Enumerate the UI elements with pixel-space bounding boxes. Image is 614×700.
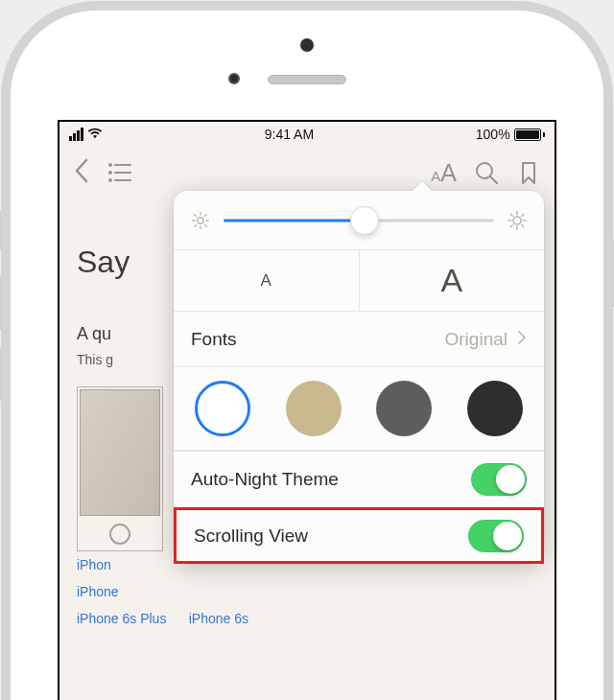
- iphone-device-frame: 9:41 AM 100% AA: [0, 0, 614, 700]
- font-size-row: A A: [174, 250, 544, 312]
- volume-up-button: [0, 276, 2, 330]
- svg-line-15: [195, 224, 197, 226]
- svg-line-7: [490, 176, 497, 183]
- brightness-low-icon: [191, 211, 210, 230]
- theme-gray-button[interactable]: [376, 381, 432, 436]
- fonts-label: Fonts: [191, 329, 237, 350]
- decrease-font-button[interactable]: A: [174, 250, 360, 311]
- status-time: 9:41 AM: [265, 127, 314, 142]
- svg-point-0: [109, 164, 111, 166]
- theme-sepia-button[interactable]: [286, 381, 342, 436]
- brightness-high-icon: [508, 211, 527, 230]
- svg-line-23: [522, 224, 524, 226]
- appearance-button[interactable]: AA: [431, 159, 457, 187]
- device-thumbnail: [77, 386, 163, 551]
- svg-line-13: [195, 214, 197, 216]
- svg-point-2: [109, 172, 111, 174]
- auto-night-theme-label: Auto-Night Theme: [191, 469, 339, 490]
- earpiece-speaker: [268, 75, 346, 84]
- auto-night-theme-toggle[interactable]: [471, 463, 527, 496]
- theme-colors-row: [174, 367, 544, 451]
- increase-font-button[interactable]: A: [360, 250, 545, 311]
- mute-switch: [0, 211, 2, 249]
- scrolling-view-label: Scrolling View: [194, 525, 308, 547]
- appearance-popover: A A Fonts Original Auto-: [174, 191, 544, 564]
- wifi-icon: [87, 127, 103, 142]
- svg-line-14: [204, 224, 206, 226]
- volume-down-button: [0, 347, 2, 401]
- auto-night-theme-row: Auto-Night Theme: [174, 451, 544, 507]
- brightness-row: [174, 191, 544, 250]
- proximity-sensor: [300, 38, 314, 52]
- table-of-contents-button[interactable]: [107, 160, 132, 185]
- back-button[interactable]: [73, 157, 90, 188]
- svg-point-17: [513, 217, 521, 224]
- svg-point-8: [198, 217, 203, 222]
- cellular-signal-icon: [69, 128, 83, 141]
- link[interactable]: iPhone 6s Plus: [77, 611, 166, 626]
- chevron-right-icon: [517, 329, 527, 350]
- link[interactable]: iPhone: [77, 578, 537, 605]
- battery-icon: [514, 128, 545, 141]
- link[interactable]: iPhone 6s: [189, 611, 248, 626]
- search-button[interactable]: [474, 160, 499, 185]
- status-bar: 9:41 AM 100%: [59, 122, 555, 147]
- battery-percentage: 100%: [476, 127, 510, 142]
- scrolling-view-toggle[interactable]: [468, 520, 524, 552]
- fonts-value: Original: [445, 329, 508, 350]
- svg-line-22: [510, 214, 512, 216]
- svg-line-24: [510, 224, 512, 226]
- svg-point-4: [109, 179, 111, 181]
- theme-white-button[interactable]: [195, 381, 250, 436]
- brightness-slider[interactable]: [224, 220, 494, 222]
- svg-line-16: [204, 214, 206, 216]
- bookmark-button[interactable]: [516, 160, 541, 185]
- scrolling-view-row: Scrolling View: [174, 507, 544, 564]
- theme-black-button[interactable]: [467, 381, 523, 436]
- svg-line-25: [522, 214, 524, 216]
- fonts-row[interactable]: Fonts Original: [174, 312, 544, 367]
- front-camera: [228, 73, 240, 84]
- popover-arrow-icon: [412, 181, 433, 192]
